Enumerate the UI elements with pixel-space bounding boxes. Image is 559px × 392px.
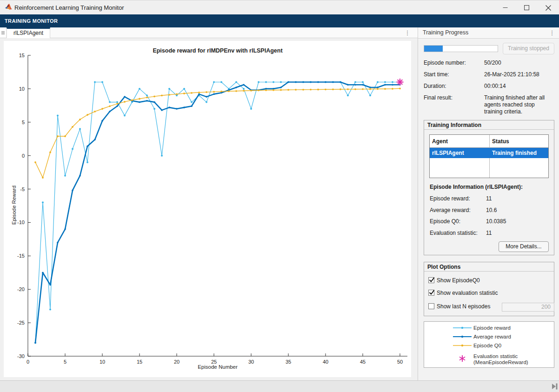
info-value: 50/200 [484,60,501,66]
legend-label: Episode Q0 [473,343,501,349]
window-title: Reinforcement Learning Training Monitor [14,0,124,15]
info-label: Duration: [424,83,446,90]
matlab-logo-icon [5,4,12,10]
show-last-n-episodes-checkbox[interactable] [428,303,434,309]
x-tick-label: 10 [100,359,105,365]
x-tick-label: 15 [137,359,142,365]
series-episode-reward [34,81,401,344]
maximize-button[interactable] [516,0,537,15]
plot-option-label: Show last N episodes [437,303,490,310]
legend-label: Average reward [473,334,511,340]
training-information-group: Training Information Agent Status rlLSPI… [424,120,554,255]
table-header-agent: Agent [432,135,487,148]
maximize-icon [524,5,529,10]
info-label: Episode number: [424,60,466,66]
table-header-status: Status [492,135,547,148]
info-value: 00:00:14 [484,83,506,90]
y-tick-label: -5 [20,186,25,192]
legend-label: Episode reward [473,325,511,331]
plot-option-label: Show evaluation statistic [437,290,498,296]
tab-strip [0,27,418,38]
x-tick-label: 50 [397,359,403,365]
episode-info-label: Episode Q0: [430,218,460,225]
table-row[interactable]: rlLSPIAgent Training finished [430,148,548,158]
x-tick-label: 40 [323,359,328,365]
figure-canvas: Episode reward for rlMDPEnv with rlLSPIA… [4,41,411,377]
episode-info-label: Evaluation statistic: [430,230,478,237]
legend-sample-evaluation-statistic [459,355,465,362]
series-episode-q0 [34,87,401,179]
evaluation-statistic-asterisk-icon [459,355,465,362]
episode-info-value: 10.0385 [486,218,506,225]
x-tick-label: 30 [248,359,254,365]
toolstrip-tab-label[interactable]: TRAINING MONITOR [5,14,58,27]
info-value: 26-Mar-2025 21:10:58 [484,71,539,78]
y-tick-label: -15 [17,253,25,259]
tab-grip-handle[interactable] [0,27,7,38]
episode-info-value: 10.6 [486,207,497,214]
x-tick-label: 25 [211,359,217,365]
table-cell-status: Training finished [492,148,547,158]
last-n-episodes-input[interactable]: 200 [502,303,554,312]
y-tick-label: 10 [19,86,25,92]
group-divider [424,129,554,130]
training-progress-bar [424,45,498,52]
legend-sample-episode-reward [453,327,472,329]
y-tick-label: -10 [17,219,25,225]
y-tick-label: 15 [19,53,25,58]
panel-actions-kebab-icon[interactable]: ⋮ [548,27,556,38]
plot-options-title: Plot Options [427,264,460,270]
x-tick-label: 5 [64,359,67,365]
info-value: Training finished after allagents reache… [484,94,545,115]
series-average-reward [34,81,401,344]
training-stopped-button[interactable]: Training stopped [503,43,554,54]
tab-rilspiagent[interactable]: rlLSPIAgent [7,27,50,38]
checkmark-icon [428,276,435,283]
y-tick-label: 5 [22,120,25,125]
episode-info-value: 11 [486,195,492,202]
panel-title: Training Progress [423,27,468,38]
title-bar: Reinforcement Learning Training Monitor [0,0,559,14]
agent-status-table[interactable]: Agent Status rlLSPIAgent Training finish… [429,134,549,178]
legend-sample-episode-q0 [453,345,472,346]
show-evaluation-statistic-checkbox[interactable] [428,290,434,296]
reward-chart[interactable]: 05101520253035404550-30-25-20-15-10-5051… [4,41,411,377]
skip-to-end-icon[interactable] [552,383,558,390]
episode-info-label: Episode reward: [430,195,470,202]
evaluation-statistic-marker [397,79,404,86]
more-details-button[interactable]: More Details... [499,241,549,252]
training-progress-panel-header: Training Progress ⋮ [418,27,559,39]
x-tick-label: 35 [286,359,291,365]
info-label: Start time: [424,71,449,78]
legend-sample-average-reward [453,336,472,338]
episode-info-value: 11 [486,230,492,237]
group-divider [424,271,554,272]
training-information-title: Training Information [427,122,481,128]
y-tick-label: 0 [22,153,25,159]
x-tick-label: 0 [27,359,29,365]
minimize-icon [503,5,508,10]
table-cell-agent: rlLSPIAgent [432,148,487,158]
chart-legend: Episode rewardAverage rewardEpisode Q0Ev… [424,321,554,368]
progress-bar-fill [424,46,443,52]
plot-option-label: Show EpisodeQ0 [437,277,480,284]
close-icon [546,5,551,11]
x-tick-label: 20 [174,359,180,365]
toolstrip-bar: TRAINING MONITOR [0,14,559,27]
training-progress-panel: Training stopped Episode number:50/200St… [418,39,559,380]
y-tick-label: -20 [17,286,25,292]
close-button[interactable] [538,0,559,15]
grip-icon [1,31,5,35]
info-label: Final result: [424,94,453,101]
checkmark-icon [428,289,435,296]
y-tick-label: -30 [17,353,25,359]
plot-options-group: Plot Options Show EpisodeQ0Show evaluati… [424,262,554,316]
episode-info-label: Average reward: [430,207,471,214]
minimize-button[interactable] [494,0,516,15]
show-episodeq0-checkbox[interactable] [428,277,434,283]
legend-label: Evaluation statistic(MeanEpisodeReward) [473,353,528,365]
episode-information-title: Episode Information (rlLSPIAgent): [430,184,523,190]
x-tick-label: 45 [360,359,366,365]
y-tick-label: -25 [17,320,25,326]
tab-actions-kebab-icon[interactable]: ⋮ [404,27,411,38]
